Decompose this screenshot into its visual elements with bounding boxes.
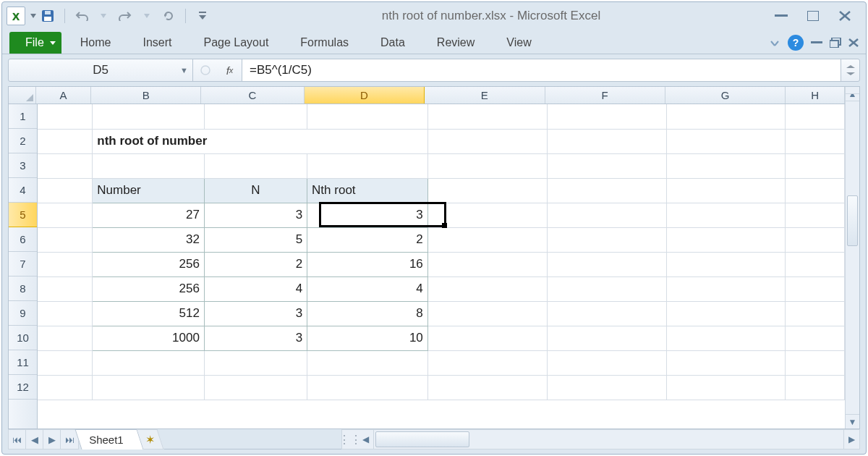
cell[interactable]: 27 <box>93 203 205 227</box>
cell[interactable]: 3 <box>307 203 428 227</box>
app-logo-dropdown[interactable] <box>30 7 37 25</box>
cells[interactable]: nth root of number Number N Nth root <box>38 104 845 428</box>
row-header-5[interactable]: 5 <box>9 203 37 227</box>
tab-review[interactable]: Review <box>421 32 490 54</box>
sheet-nav-first[interactable]: ⏮ <box>9 430 26 449</box>
col-label: B <box>142 89 150 101</box>
cell[interactable]: 4 <box>204 276 307 301</box>
col-header-B[interactable]: B <box>91 87 201 104</box>
tab-label: Page Layout <box>203 36 268 49</box>
scroll-down-button[interactable]: ▼ <box>846 414 859 428</box>
svg-marker-19 <box>846 65 855 68</box>
cell[interactable]: 16 <box>307 252 428 276</box>
excel-window: X nth root of number.xlsx <box>1 1 867 455</box>
cell[interactable]: 2 <box>204 252 307 276</box>
cell[interactable]: 8 <box>307 301 428 326</box>
cell[interactable]: 10 <box>307 326 428 350</box>
row-header-10[interactable]: 10 <box>9 326 37 350</box>
cell[interactable]: 1000 <box>93 326 205 350</box>
app-logo[interactable]: X <box>7 7 25 25</box>
col-header-D[interactable]: D <box>305 87 425 104</box>
cell[interactable]: 3 <box>204 301 307 326</box>
cell[interactable]: 3 <box>204 326 307 350</box>
fx-button[interactable]: fx <box>218 59 242 81</box>
tab-label: Data <box>380 36 405 49</box>
refresh-icon <box>163 10 174 22</box>
scroll-thumb[interactable] <box>847 195 858 246</box>
name-box-dropdown[interactable]: ▼ <box>180 66 188 75</box>
col-label: E <box>481 89 488 101</box>
col-header-F[interactable]: F <box>545 87 665 104</box>
redo-button[interactable] <box>117 8 133 24</box>
scroll-track[interactable] <box>846 101 859 414</box>
row-header-12[interactable]: 12 <box>9 375 37 400</box>
tab-insert[interactable]: Insert <box>127 32 187 54</box>
maximize-button[interactable] <box>804 9 822 22</box>
save-icon <box>41 9 54 22</box>
grid[interactable]: A B C D E F G H 1 2 3 4 5 6 7 8 9 10 11 <box>9 87 845 428</box>
hscroll-right-button[interactable]: ▶ <box>843 430 859 449</box>
workbook-restore-button[interactable] <box>830 38 841 48</box>
name-box[interactable]: D5 ▼ <box>9 59 193 81</box>
row-header-9[interactable]: 9 <box>9 301 37 326</box>
formula-input[interactable]: =B5^(1/C5) <box>242 59 841 81</box>
tab-data[interactable]: Data <box>365 32 421 54</box>
row-header-11[interactable]: 11 <box>9 350 37 375</box>
row-header-7[interactable]: 7 <box>9 252 37 276</box>
col-header-H[interactable]: H <box>786 87 845 104</box>
cell[interactable]: 32 <box>93 227 205 252</box>
qat-customize[interactable] <box>195 8 210 24</box>
redo-dropdown[interactable] <box>139 8 155 24</box>
cell[interactable]: 256 <box>93 252 205 276</box>
select-all-button[interactable] <box>9 87 36 104</box>
cell[interactable]: 2 <box>307 227 428 252</box>
row-header-4[interactable]: 4 <box>9 178 37 203</box>
formula-cancel[interactable] <box>193 59 218 81</box>
col-header-C[interactable]: C <box>201 87 305 104</box>
hscroll-thumb[interactable] <box>375 431 469 447</box>
row-header-8[interactable]: 8 <box>9 276 37 301</box>
cell[interactable]: 256 <box>93 276 205 301</box>
close-button[interactable] <box>835 9 854 22</box>
refresh-button[interactable] <box>161 8 176 24</box>
table-header-number: Number <box>93 178 205 203</box>
ribbon-minimize-chevron[interactable] <box>769 38 780 47</box>
sheet-nav-next[interactable]: ▶ <box>43 430 61 449</box>
undo-button[interactable] <box>74 8 90 24</box>
col-header-A[interactable]: A <box>36 87 91 104</box>
row-header-1[interactable]: 1 <box>9 104 37 129</box>
workbook-minimize-button[interactable] <box>811 41 822 44</box>
row-header-3[interactable]: 3 <box>9 153 37 178</box>
cell[interactable]: 4 <box>307 276 428 301</box>
svg-rect-9 <box>775 14 788 17</box>
table-header-nthroot: Nth root <box>307 178 428 203</box>
row-header-2[interactable]: 2 <box>9 129 37 153</box>
undo-dropdown[interactable] <box>95 8 111 24</box>
cell[interactable]: 512 <box>93 301 205 326</box>
hscroll-left-button[interactable]: ◀ <box>358 430 374 449</box>
vertical-split-handle[interactable] <box>845 87 859 94</box>
formula-text: =B5^(1/C5) <box>250 63 312 77</box>
tab-page-layout[interactable]: Page Layout <box>187 32 284 54</box>
col-header-E[interactable]: E <box>425 87 545 104</box>
cell[interactable]: 3 <box>204 203 307 227</box>
hscroll-track[interactable] <box>374 430 843 449</box>
horizontal-scrollbar[interactable]: ⋮⋮ ◀ ▶ <box>341 429 860 449</box>
help-button[interactable]: ? <box>788 35 804 51</box>
save-button[interactable] <box>40 8 56 24</box>
sheet-nav-prev[interactable]: ◀ <box>26 430 43 449</box>
tab-formulas[interactable]: Formulas <box>284 32 365 54</box>
col-header-G[interactable]: G <box>665 87 786 104</box>
tab-home[interactable]: Home <box>64 32 127 54</box>
tab-view[interactable]: View <box>490 32 547 54</box>
workbook-close-button[interactable] <box>848 38 859 47</box>
file-tab[interactable]: File <box>9 32 61 54</box>
minimize-button[interactable] <box>772 9 791 22</box>
formula-expand[interactable] <box>841 59 859 81</box>
cell[interactable]: 5 <box>204 227 307 252</box>
hscroll-split-handle[interactable]: ⋮⋮ <box>342 430 358 449</box>
sheet-title: nth root of number <box>93 129 428 153</box>
sheet-tab-active[interactable]: Sheet1 <box>75 429 143 449</box>
row-header-6[interactable]: 6 <box>9 227 37 252</box>
vertical-scrollbar[interactable]: ▲ ▼ <box>845 87 859 428</box>
